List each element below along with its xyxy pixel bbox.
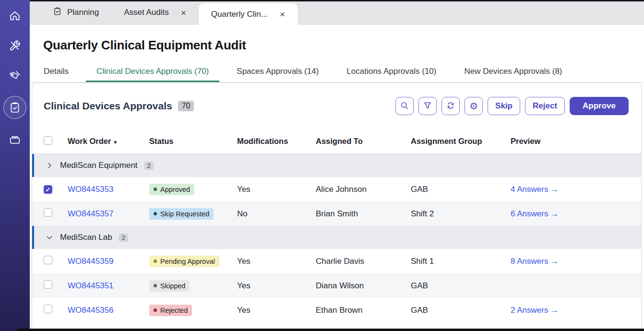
approvals-card: Clinical Devices Approvals 70	[32, 83, 642, 331]
assigned-to-value: Brian Smith	[316, 209, 411, 219]
workspace-tab-quarterly-clin[interactable]: Quarterly Clin... ×	[199, 3, 298, 25]
work-order-link[interactable]: WO8445359	[68, 257, 113, 266]
refresh-icon	[446, 101, 455, 112]
answers-preview-link[interactable]: 2 Answers →	[511, 306, 559, 315]
modifications-value: Yes	[237, 257, 316, 266]
workspace-tab-asset-audits[interactable]: Asset Audits ×	[111, 0, 199, 25]
status-badge: Pending Approval	[149, 256, 219, 267]
modifications-value: No	[237, 209, 316, 219]
column-header-assignment-group[interactable]: Assignment Group	[411, 137, 511, 146]
workspace-tab-label: Quarterly Clin...	[211, 10, 268, 19]
status-dot-icon	[154, 260, 157, 263]
work-order-link[interactable]: WO8445353	[68, 185, 113, 194]
tab-spaces-approvals[interactable]: Spaces Approvals (14)	[226, 62, 329, 82]
work-order-link[interactable]: WO8445356	[68, 306, 113, 315]
group-row[interactable]: MediScan Lab 2	[32, 226, 641, 249]
row-checkbox[interactable]	[44, 305, 52, 313]
sort-caret-icon: ▾	[114, 139, 117, 145]
close-icon[interactable]: ×	[181, 8, 186, 17]
sidebar-item-tools[interactable]	[6, 36, 24, 55]
modifications-value: Yes	[237, 306, 316, 315]
assignment-group-value: GAB	[411, 281, 511, 291]
settings-button[interactable]: ⚙	[465, 97, 483, 115]
column-header-work-order[interactable]: Work Order▾	[68, 137, 149, 146]
assigned-to-value: Ethan Brown	[316, 306, 411, 315]
page-title: Quarterly Clinical Equipment Audit	[43, 38, 644, 53]
answers-preview-link[interactable]: 6 Answers →	[511, 209, 559, 218]
column-header-preview[interactable]: Preview	[511, 137, 641, 146]
workspace-tab-label: Asset Audits	[124, 8, 169, 17]
sidebar-item-home[interactable]	[6, 7, 24, 25]
status-badge: Skipped	[149, 280, 190, 292]
assignment-group-value: Shift 1	[411, 257, 511, 266]
search-button[interactable]	[395, 97, 414, 115]
clipboard-check-icon	[53, 7, 62, 18]
group-name: MediScan Lab	[60, 233, 112, 242]
panel-title: Clinical Devices Approvals	[44, 100, 172, 112]
table-header-row: Work Order▾ Status Modifications Assigne…	[32, 129, 641, 154]
tags-icon	[9, 69, 21, 82]
group-name: MediScan Equipment	[60, 161, 138, 170]
group-count-badge: 2	[144, 162, 154, 170]
group-row[interactable]: MediScan Equipment 2	[32, 154, 641, 177]
main-area: Planning Asset Audits × Quarterly Clin..…	[30, 0, 644, 331]
status-badge: Approved	[149, 184, 194, 195]
skip-button[interactable]: Skip	[488, 97, 520, 115]
table-row: WO8445351 Skipped Yes Diana Wilson GAB	[32, 273, 641, 298]
row-checkbox[interactable]	[44, 256, 52, 264]
reject-button[interactable]: Reject	[525, 97, 565, 115]
assignment-group-value: GAB	[411, 185, 511, 194]
sidebar-item-toolbox[interactable]	[6, 130, 24, 149]
workspace-tabstrip: Planning Asset Audits × Quarterly Clin..…	[30, 0, 644, 25]
gear-icon: ⚙	[469, 101, 478, 111]
table-body: MediScan Equipment 2 WO8445353 Approved …	[32, 154, 641, 331]
tab-clinical-devices-approvals[interactable]: Clinical Devices Approvals (70)	[86, 62, 219, 82]
status-dot-icon	[154, 308, 157, 312]
list-toolbar: ⚙ Skip Reject Approve	[395, 97, 629, 115]
workspace-tab-label: Planning	[67, 8, 99, 17]
close-icon[interactable]: ×	[280, 10, 285, 19]
chevron-right-icon[interactable]	[46, 162, 53, 169]
sidebar-item-audits[interactable]	[3, 96, 26, 119]
work-order-link[interactable]: WO8445351	[68, 281, 113, 290]
column-header-modifications[interactable]: Modifications	[237, 137, 316, 146]
card-header: Clinical Devices Approvals 70	[32, 83, 641, 129]
table-row: WO8445357 Skip Requested No Brian Smith …	[32, 201, 641, 226]
tab-details[interactable]: Details	[33, 62, 79, 82]
record-tabs: Details Clinical Devices Approvals (70) …	[30, 62, 644, 83]
row-checkbox[interactable]	[44, 185, 52, 194]
assignment-group-value: GAB	[411, 306, 511, 315]
workspace-tab-planning[interactable]: Planning	[40, 0, 111, 25]
row-checkbox[interactable]	[44, 208, 52, 217]
status-dot-icon	[154, 212, 157, 215]
answers-preview-link[interactable]: 8 Answers →	[511, 257, 559, 266]
work-order-link[interactable]: WO8445357	[68, 209, 113, 218]
filter-button[interactable]	[418, 97, 437, 115]
filter-icon	[423, 101, 432, 112]
chevron-down-icon[interactable]	[46, 234, 53, 241]
status-badge: Skip Requested	[149, 208, 214, 220]
row-checkbox[interactable]	[44, 280, 52, 289]
status-badge: Rejected	[149, 305, 192, 316]
status-dot-icon	[154, 188, 157, 191]
refresh-button[interactable]	[441, 97, 460, 115]
group-count-badge: 2	[119, 234, 128, 242]
sidebar-item-tags[interactable]	[6, 66, 24, 84]
search-icon	[400, 101, 409, 112]
home-icon	[9, 10, 21, 22]
answers-preview-link[interactable]: 4 Answers →	[511, 185, 559, 194]
assigned-to-value: Charlie Davis	[316, 257, 411, 266]
assigned-to-value: Diana Wilson	[316, 281, 411, 291]
table-row: WO8445353 Approved Yes Alice Johnson GAB…	[32, 177, 641, 201]
approve-button[interactable]: Approve	[570, 97, 629, 115]
column-header-assigned-to[interactable]: Assigned To	[316, 137, 411, 146]
assigned-to-value: Alice Johnson	[316, 185, 411, 194]
record-count-badge: 70	[178, 101, 194, 111]
tab-locations-approvals[interactable]: Locations Approvals (10)	[336, 62, 447, 82]
tab-new-devices-approvals[interactable]: New Devices Approvals (8)	[453, 62, 572, 82]
modifications-value: Yes	[237, 281, 316, 291]
column-header-status[interactable]: Status	[149, 137, 237, 146]
status-dot-icon	[154, 284, 157, 287]
select-all-checkbox[interactable]	[44, 136, 52, 145]
tools-icon	[9, 39, 21, 52]
